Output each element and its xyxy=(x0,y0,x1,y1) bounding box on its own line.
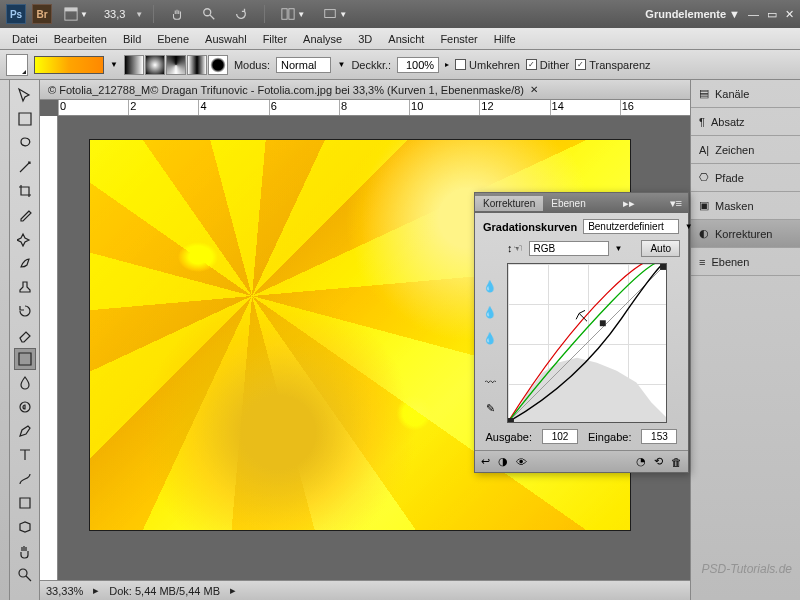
output-input[interactable] xyxy=(542,429,578,444)
view-previous-icon[interactable]: 👁 xyxy=(516,456,527,468)
menu-bild[interactable]: Bild xyxy=(115,30,149,48)
document-tab[interactable]: © Fotolia_212788_M© Dragan Trifunovic - … xyxy=(48,84,524,96)
menu-ansicht[interactable]: Ansicht xyxy=(380,30,432,48)
panel-kanäle[interactable]: ▤Kanäle xyxy=(691,80,800,108)
absatz-icon: ¶ xyxy=(699,116,705,128)
panel-absatz[interactable]: ¶Absatz xyxy=(691,108,800,136)
modus-label: Modus: xyxy=(234,59,270,71)
transparency-checkbox[interactable]: ✓Transparenz xyxy=(575,59,650,71)
shape-tool[interactable] xyxy=(14,492,36,514)
menu-hilfe[interactable]: Hilfe xyxy=(486,30,524,48)
crop-tool[interactable] xyxy=(14,180,36,202)
panel-pfade[interactable]: ⎔Pfade xyxy=(691,164,800,192)
blur-tool[interactable] xyxy=(14,372,36,394)
bridge-icon[interactable]: Br xyxy=(32,4,52,24)
eraser-tool[interactable] xyxy=(14,324,36,346)
svg-rect-5 xyxy=(325,10,336,18)
workspace-switcher[interactable]: Grundelemente ▼ xyxy=(645,8,740,20)
opacity-input[interactable]: 100% xyxy=(397,57,439,73)
panel-menu-icon[interactable]: ▾≡ xyxy=(664,197,688,210)
input-input[interactable] xyxy=(641,429,677,444)
type-tool[interactable] xyxy=(14,444,36,466)
menu-filter[interactable]: Filter xyxy=(255,30,295,48)
panel-zeichen[interactable]: A|Zeichen xyxy=(691,136,800,164)
panel-korrekturen[interactable]: ◐Korrekturen xyxy=(691,220,800,248)
curve-smooth-icon[interactable]: 〰 xyxy=(481,373,499,391)
menu-ebene[interactable]: Ebene xyxy=(149,30,197,48)
hand-tool[interactable] xyxy=(14,540,36,562)
pen-tool[interactable] xyxy=(14,420,36,442)
move-tool[interactable] xyxy=(14,84,36,106)
layout-dropdown[interactable]: ▼ xyxy=(58,5,94,23)
screen-mode-dropdown[interactable]: ▼ xyxy=(317,5,353,23)
menu-datei[interactable]: Datei xyxy=(4,30,46,48)
opacity-label: Deckkr.: xyxy=(351,59,391,71)
curves-title: Gradationskurven xyxy=(483,221,577,233)
tab-korrekturen[interactable]: Korrekturen xyxy=(475,196,543,211)
3d-tool[interactable] xyxy=(14,516,36,538)
rotate-tool-icon[interactable] xyxy=(228,5,254,23)
tab-close-icon[interactable]: ✕ xyxy=(530,84,538,95)
clip-icon[interactable]: ◔ xyxy=(636,455,646,468)
stamp-tool[interactable] xyxy=(14,276,36,298)
auto-button[interactable]: Auto xyxy=(641,240,680,257)
lasso-tool[interactable] xyxy=(14,132,36,154)
gradient-radial[interactable] xyxy=(145,55,165,75)
dodge-tool[interactable] xyxy=(14,396,36,418)
panel-collapse-icon[interactable]: ▸▸ xyxy=(617,197,641,210)
gradient-diamond[interactable] xyxy=(208,55,228,75)
curves-graph[interactable] xyxy=(507,263,667,423)
menu-bearbeiten[interactable]: Bearbeiten xyxy=(46,30,115,48)
eyedropper-gray-icon[interactable]: 💧 xyxy=(481,303,499,321)
arrange-dropdown[interactable]: ▼ xyxy=(275,5,311,23)
maximize-icon[interactable]: ▭ xyxy=(767,8,777,21)
zoom-tool-icon[interactable] xyxy=(196,5,222,23)
tab-ebenen[interactable]: Ebenen xyxy=(543,196,593,211)
minimize-icon[interactable]: — xyxy=(748,8,759,20)
zoom-tool[interactable] xyxy=(14,564,36,586)
marquee-tool[interactable] xyxy=(14,108,36,130)
path-tool[interactable] xyxy=(14,468,36,490)
gradient-angle[interactable] xyxy=(166,55,186,75)
hand-tool-icon[interactable] xyxy=(164,5,190,23)
collapse-strip-left[interactable] xyxy=(0,80,10,600)
tool-preset[interactable] xyxy=(6,54,28,76)
photoshop-icon[interactable]: Ps xyxy=(6,4,26,24)
healing-tool[interactable] xyxy=(14,228,36,250)
history-tool[interactable] xyxy=(14,300,36,322)
menu-auswahl[interactable]: Auswahl xyxy=(197,30,255,48)
svg-rect-9 xyxy=(508,418,514,422)
blend-mode-select[interactable]: Normal xyxy=(276,57,331,73)
menu-3d[interactable]: 3D xyxy=(350,30,380,48)
trash-icon[interactable]: 🗑 xyxy=(671,456,682,468)
gradient-swatch[interactable] xyxy=(34,56,104,74)
eyedropper-white-icon[interactable]: 💧 xyxy=(481,329,499,347)
channel-select[interactable]: RGB xyxy=(529,241,609,256)
gradient-linear[interactable] xyxy=(124,55,144,75)
panel-masken[interactable]: ▣Masken xyxy=(691,192,800,220)
output-label: Ausgabe: xyxy=(486,431,532,443)
eyedropper-black-icon[interactable]: 💧 xyxy=(481,277,499,295)
gradient-reflected[interactable] xyxy=(187,55,207,75)
brush-tool[interactable] xyxy=(14,252,36,274)
status-doc-size: Dok: 5,44 MB/5,44 MB xyxy=(109,585,220,597)
close-icon[interactable]: ✕ xyxy=(785,8,794,21)
curve-pencil-icon[interactable]: ✎ xyxy=(481,399,499,417)
menu-analyse[interactable]: Analyse xyxy=(295,30,350,48)
menu-fenster[interactable]: Fenster xyxy=(432,30,485,48)
toggle-visibility-icon[interactable]: ◑ xyxy=(498,455,508,468)
status-zoom[interactable]: 33,33% xyxy=(46,585,83,597)
wand-tool[interactable] xyxy=(14,156,36,178)
masken-icon: ▣ xyxy=(699,199,709,212)
finger-tool-icon[interactable]: ↕☜ xyxy=(507,242,523,255)
gradient-tool[interactable] xyxy=(14,348,36,370)
panel-ebenen[interactable]: ≡Ebenen xyxy=(691,248,800,276)
return-icon[interactable]: ↩ xyxy=(481,455,490,468)
reset-icon[interactable]: ⟲ xyxy=(654,455,663,468)
reverse-checkbox[interactable]: Umkehren xyxy=(455,59,520,71)
zeichen-icon: A| xyxy=(699,144,709,156)
eyedropper-tool[interactable] xyxy=(14,204,36,226)
dither-checkbox[interactable]: ✓Dither xyxy=(526,59,569,71)
svg-rect-8 xyxy=(600,320,606,326)
curves-preset-select[interactable]: Benutzerdefiniert xyxy=(583,219,679,234)
